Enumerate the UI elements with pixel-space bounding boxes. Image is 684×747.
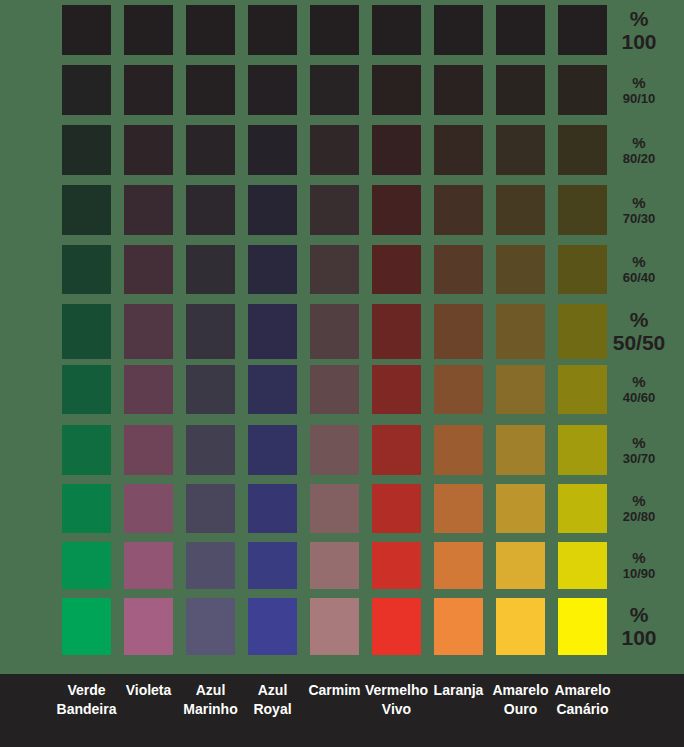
- color-swatch: [186, 125, 235, 175]
- color-swatch: [310, 245, 359, 294]
- color-swatch: [372, 125, 421, 175]
- color-swatch: [496, 542, 545, 589]
- color-swatch: [558, 185, 607, 235]
- mix-ratio-value: 80/20: [623, 151, 656, 166]
- percent-sign: %: [632, 75, 645, 91]
- color-swatch: [62, 598, 111, 655]
- color-mixing-chart: %100%90/10%80/20%70/30%60/40%50/50%40/60…: [0, 0, 684, 747]
- color-swatch: [62, 425, 111, 475]
- color-swatch: [310, 5, 359, 55]
- color-swatch: [434, 365, 483, 414]
- column-label-line: Amarelo: [541, 681, 625, 700]
- color-swatch: [310, 365, 359, 414]
- color-swatch: [186, 425, 235, 475]
- footer-band: VerdeBandeiraVioletaAzulMarinhoAzulRoyal…: [0, 674, 684, 747]
- color-swatch: [372, 185, 421, 235]
- color-swatch: [558, 245, 607, 294]
- color-swatch: [248, 425, 297, 475]
- color-swatch: [496, 365, 545, 414]
- color-swatch: [124, 542, 173, 589]
- mix-ratio-value: 60/40: [623, 270, 656, 285]
- percent-sign: %: [630, 604, 649, 626]
- row-ratio-label: %10/90: [602, 542, 676, 589]
- percent-sign: %: [632, 135, 645, 151]
- row-ratio-label: %60/40: [602, 245, 676, 294]
- color-swatch: [372, 365, 421, 414]
- color-swatch: [434, 425, 483, 475]
- color-swatch: [310, 484, 359, 533]
- mix-ratio-value: 70/30: [623, 211, 656, 226]
- color-swatch: [62, 65, 111, 115]
- color-swatch: [310, 304, 359, 359]
- percent-sign: %: [632, 435, 645, 451]
- mix-ratio-value: 30/70: [623, 451, 656, 466]
- color-swatch: [434, 484, 483, 533]
- color-swatch: [372, 245, 421, 294]
- color-swatch: [124, 598, 173, 655]
- color-swatch: [124, 125, 173, 175]
- color-swatch: [186, 245, 235, 294]
- color-swatch: [496, 425, 545, 475]
- color-swatch: [124, 304, 173, 359]
- color-swatch: [124, 5, 173, 55]
- color-swatch: [186, 65, 235, 115]
- row-ratio-label: %20/80: [602, 484, 676, 533]
- color-swatch: [124, 245, 173, 294]
- color-swatch: [434, 185, 483, 235]
- color-swatch: [248, 304, 297, 359]
- row-ratio-label: %70/30: [602, 185, 676, 235]
- color-swatch: [248, 185, 297, 235]
- color-swatch: [62, 365, 111, 414]
- color-swatch: [434, 304, 483, 359]
- color-swatch: [558, 542, 607, 589]
- mix-ratio-value: 40/60: [623, 390, 656, 405]
- row-ratio-label: %100: [602, 5, 676, 55]
- column-label-line: Bandeira: [45, 700, 129, 719]
- percent-sign: %: [632, 550, 645, 566]
- color-swatch: [558, 598, 607, 655]
- color-swatch: [558, 65, 607, 115]
- color-swatch: [496, 65, 545, 115]
- mix-ratio-value: 20/80: [623, 509, 656, 524]
- color-swatch: [124, 185, 173, 235]
- mix-ratio-value: 50/50: [613, 331, 666, 354]
- color-swatch: [124, 365, 173, 414]
- row-ratio-label: %90/10: [602, 65, 676, 115]
- mix-ratio-value: 100: [621, 30, 656, 53]
- color-swatch: [434, 245, 483, 294]
- color-swatch: [124, 65, 173, 115]
- row-ratio-label: %100: [602, 598, 676, 655]
- color-swatch: [496, 125, 545, 175]
- color-swatch: [186, 484, 235, 533]
- row-ratio-label: %80/20: [602, 125, 676, 175]
- mix-ratio-value: 100: [621, 626, 656, 649]
- column-label: AmareloCanário: [541, 681, 625, 719]
- color-swatch: [558, 425, 607, 475]
- color-swatch: [558, 125, 607, 175]
- mix-ratio-value: 90/10: [623, 91, 656, 106]
- row-ratio-label: %50/50: [602, 304, 676, 359]
- color-swatch: [558, 365, 607, 414]
- color-swatch: [124, 484, 173, 533]
- color-swatch: [248, 598, 297, 655]
- color-swatch: [434, 5, 483, 55]
- color-swatch: [62, 245, 111, 294]
- color-swatch: [310, 598, 359, 655]
- color-swatch: [62, 125, 111, 175]
- color-swatch: [434, 125, 483, 175]
- color-swatch: [186, 5, 235, 55]
- column-label-line: Royal: [231, 700, 315, 719]
- percent-sign: %: [630, 8, 649, 30]
- color-swatch: [248, 365, 297, 414]
- color-swatch: [434, 598, 483, 655]
- color-swatch: [248, 5, 297, 55]
- percent-sign: %: [632, 195, 645, 211]
- color-swatch: [496, 5, 545, 55]
- color-swatch: [558, 484, 607, 533]
- color-swatch: [248, 65, 297, 115]
- color-swatch: [186, 185, 235, 235]
- color-swatch: [186, 365, 235, 414]
- color-swatch: [248, 125, 297, 175]
- color-swatch: [310, 65, 359, 115]
- color-swatch: [372, 65, 421, 115]
